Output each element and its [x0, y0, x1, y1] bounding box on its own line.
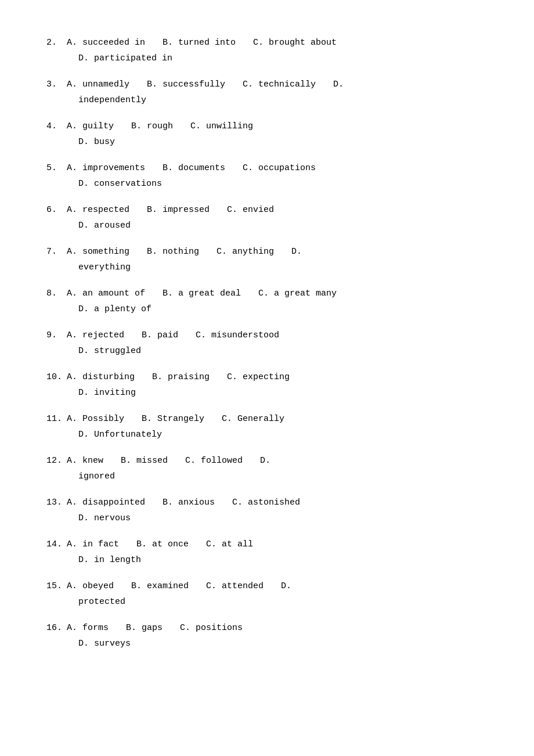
- question-block: 15.A. obeyedB. examinedC. attendedD.prot…: [46, 578, 488, 610]
- question-block: 12.A. knewB. missedC. followedD.ignored: [46, 453, 488, 484]
- question-row: 6.A. respectedB. impressedC. envied: [46, 202, 488, 218]
- option: B. paid: [142, 327, 178, 343]
- question-block: 3.A. unnamedlyB. successfullyC. technica…: [46, 77, 488, 108]
- option: A. rejected: [67, 327, 124, 343]
- option: B. successfully: [147, 77, 225, 92]
- question-block: 2.A. succeeded inB. turned intoC. brough…: [46, 35, 488, 66]
- option: B. rough: [131, 118, 173, 134]
- option-d-continuation: independently: [46, 92, 488, 108]
- option: C. at all: [206, 537, 253, 552]
- option: B. turned into: [163, 35, 236, 51]
- option-d: D. surveys: [46, 636, 488, 651]
- question-number: 9.: [46, 327, 67, 343]
- option-d: D. a plenty of: [46, 301, 488, 317]
- question-block: 4.A. guiltyB. roughC. unwillingD. busy: [46, 118, 488, 150]
- option: A. forms: [67, 620, 109, 636]
- question-block: 6.A. respectedB. impressedC. enviedD. ar…: [46, 202, 488, 233]
- option: B. gaps: [126, 620, 163, 636]
- question-row: 10.A. disturbingB. praisingC. expecting: [46, 369, 488, 385]
- question-row: 7.A. somethingB. nothingC. anythingD.: [46, 244, 488, 260]
- option: C. anything: [217, 244, 274, 260]
- question-number: 13.: [46, 495, 67, 510]
- question-row: 14.A. in factB. at onceC. at all: [46, 537, 488, 552]
- question-block: 14.A. in factB. at onceC. at allD. in le…: [46, 537, 488, 568]
- option: B. missed: [121, 453, 168, 469]
- question-row: 9.A. rejectedB. paidC. misunderstood: [46, 327, 488, 343]
- question-block: 8.A. an amount ofB. a great dealC. a gre…: [46, 286, 488, 317]
- option: D.: [291, 244, 302, 260]
- question-row: 13.A. disappointedB. anxiousC. astonishe…: [46, 495, 488, 510]
- option-d: D. participated in: [46, 51, 488, 66]
- option: C. positions: [180, 620, 243, 636]
- question-block: 9.A. rejectedB. paidC. misunderstoodD. s…: [46, 327, 488, 359]
- option: B. Strangely: [142, 411, 204, 427]
- question-number: 16.: [46, 620, 67, 636]
- questions-container: 2.A. succeeded inB. turned intoC. brough…: [46, 35, 488, 651]
- option-d: D. aroused: [46, 218, 488, 233]
- question-row: 3.A. unnamedlyB. successfullyC. technica…: [46, 77, 488, 92]
- question-number: 10.: [46, 369, 67, 385]
- option: A. in fact: [67, 537, 119, 552]
- option: D.: [281, 578, 291, 594]
- option-d: D. nervous: [46, 510, 488, 526]
- option: C. attended: [206, 578, 264, 594]
- option: B. documents: [163, 160, 225, 176]
- option: B. at once: [136, 537, 189, 552]
- question-block: 10.A. disturbingB. praisingC. expectingD…: [46, 369, 488, 401]
- question-row: 15.A. obeyedB. examinedC. attendedD.: [46, 578, 488, 594]
- option: C. expecting: [227, 369, 290, 385]
- question-row: 5.A. improvementsB. documentsC. occupati…: [46, 160, 488, 176]
- option: B. impressed: [147, 202, 210, 218]
- question-number: 3.: [46, 77, 67, 92]
- question-block: 5.A. improvementsB. documentsC. occupati…: [46, 160, 488, 192]
- option: B. praising: [152, 369, 210, 385]
- option: C. a great many: [258, 286, 337, 301]
- option: B. a great deal: [163, 286, 241, 301]
- question-number: 2.: [46, 35, 67, 51]
- option: C. envied: [227, 202, 274, 218]
- question-block: 13.A. disappointedB. anxiousC. astonishe…: [46, 495, 488, 526]
- option: A. obeyed: [67, 578, 114, 594]
- question-block: 11.A. PossiblyB. StrangelyC. GenerallyD.…: [46, 411, 488, 442]
- option-d-continuation: everything: [46, 260, 488, 275]
- option: C. unwilling: [190, 118, 253, 134]
- option: A. something: [67, 244, 129, 260]
- question-number: 14.: [46, 537, 67, 552]
- option: B. anxious: [163, 495, 215, 510]
- question-block: 16.A. formsB. gapsC. positionsD. surveys: [46, 620, 488, 651]
- question-row: 8.A. an amount ofB. a great dealC. a gre…: [46, 286, 488, 301]
- question-number: 15.: [46, 578, 67, 594]
- option: A. unnamedly: [67, 77, 129, 92]
- question-row: 2.A. succeeded inB. turned intoC. brough…: [46, 35, 488, 51]
- option: C. followed: [185, 453, 243, 469]
- question-number: 5.: [46, 160, 67, 176]
- option: D.: [333, 77, 344, 92]
- option-d-continuation: protected: [46, 594, 488, 610]
- question-row: 11.A. PossiblyB. StrangelyC. Generally: [46, 411, 488, 427]
- option: C. astonished: [232, 495, 300, 510]
- question-number: 11.: [46, 411, 67, 427]
- option: C. technically: [243, 77, 316, 92]
- question-row: 12.A. knewB. missedC. followedD.: [46, 453, 488, 469]
- option: C. misunderstood: [196, 327, 279, 343]
- option: A. improvements: [67, 160, 145, 176]
- option-d: D. busy: [46, 134, 488, 150]
- option: A. respected: [67, 202, 129, 218]
- option: A. guilty: [67, 118, 114, 134]
- question-number: 8.: [46, 286, 67, 301]
- option: D.: [260, 453, 270, 469]
- question-number: 4.: [46, 118, 67, 134]
- question-row: 4.A. guiltyB. roughC. unwilling: [46, 118, 488, 134]
- option: C. Generally: [222, 411, 284, 427]
- question-number: 7.: [46, 244, 67, 260]
- option: B. examined: [131, 578, 189, 594]
- option-d: D. in length: [46, 552, 488, 568]
- option: C. occupations: [243, 160, 316, 176]
- option: A. succeeded in: [67, 35, 145, 51]
- option-d: D. Unfortunately: [46, 427, 488, 442]
- option: A. Possibly: [67, 411, 124, 427]
- option-d: D. struggled: [46, 343, 488, 359]
- option: A. disturbing: [67, 369, 135, 385]
- option-d: D. inviting: [46, 385, 488, 401]
- question-row: 16.A. formsB. gapsC. positions: [46, 620, 488, 636]
